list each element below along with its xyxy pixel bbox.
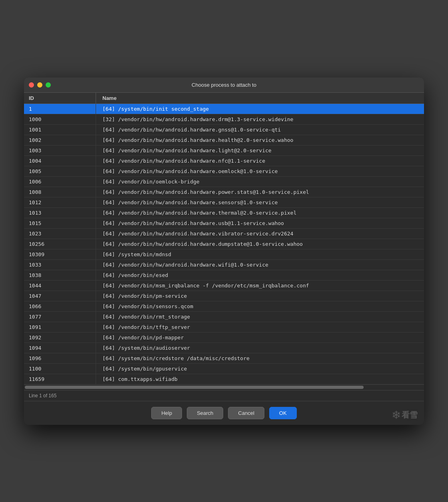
cell-id: 1094	[24, 343, 96, 353]
table-row[interactable]: 1047[64] /vendor/bin/pm-service	[24, 291, 424, 301]
maximize-button[interactable]	[46, 82, 51, 88]
table-row[interactable]: 11659[64] com.ttxapps.wifiadb	[24, 374, 424, 384]
watermark-text: 看雪	[402, 410, 418, 420]
cell-id: 1002	[24, 135, 96, 145]
cell-name: [64] /vendor/bin/msm_irqbalance -f /vend…	[96, 281, 424, 291]
cell-id: 1066	[24, 301, 96, 311]
cell-name: [64] /system/bin/mdnsd	[96, 249, 424, 259]
cell-name: [64] /vendor/bin/hw/android.hardware.usb…	[96, 218, 424, 228]
cell-name: [64] /vendor/bin/hw/android.hardware.lig…	[96, 145, 424, 155]
cell-name: [64] /vendor/bin/tftp_server	[96, 322, 424, 332]
ok-button[interactable]: OK	[269, 407, 297, 419]
cell-name: [64] /vendor/bin/sensors.qcom	[96, 301, 424, 311]
cell-id: 1091	[24, 322, 96, 332]
cell-name: [64] /vendor/bin/rmt_storage	[96, 312, 424, 322]
cell-id: 1003	[24, 145, 96, 155]
cell-name: [64] /vendor/bin/hw/android.hardware.the…	[96, 208, 424, 218]
cell-name: [64] /system/bin/gpuservice	[96, 364, 424, 374]
traffic-lights	[29, 82, 51, 88]
cell-id: 1008	[24, 187, 96, 197]
watermark: ❄ 看雪	[392, 408, 418, 422]
cell-name: [64] /vendor/bin/hw/android.hardware.gns…	[96, 125, 424, 135]
cell-name: [64] /vendor/bin/oemlock-bridge	[96, 177, 424, 187]
column-header-id: ID	[24, 93, 96, 104]
cell-id: 1038	[24, 270, 96, 280]
status-bar: Line 1 of 165	[24, 390, 424, 401]
table-row[interactable]: 1100[64] /system/bin/gpuservice	[24, 364, 424, 374]
cell-name: [64] /vendor/bin/hw/android.hardware.pow…	[96, 187, 424, 197]
main-window: Choose process to attach to ID Name 1[64…	[24, 78, 424, 425]
cell-name: [64] /vendor/bin/hw/android.hardware.oem…	[96, 166, 424, 176]
cell-id: 1	[24, 104, 96, 114]
cancel-button[interactable]: Cancel	[228, 407, 264, 419]
cell-id: 1012	[24, 197, 96, 207]
cell-id: 1044	[24, 281, 96, 291]
process-table-container: ID Name 1[64] /system/bin/init second_st…	[24, 93, 424, 390]
line-info: Line 1 of 165	[29, 393, 56, 398]
cell-id: 1015	[24, 218, 96, 228]
table-row[interactable]: 1001[64] /vendor/bin/hw/android.hardware…	[24, 125, 424, 135]
close-button[interactable]	[29, 82, 34, 88]
cell-name: [64] /system/bin/init second_stage	[96, 104, 424, 114]
table-row[interactable]: 1023[64] /vendor/bin/hw/android.hardware…	[24, 229, 424, 239]
cell-name: [64] /vendor/bin/hw/android.hardware.wif…	[96, 260, 424, 270]
cell-name: [64] com.ttxapps.wifiadb	[96, 374, 424, 384]
cell-id: 1092	[24, 333, 96, 343]
cell-id: 1077	[24, 312, 96, 322]
table-row[interactable]: 1013[64] /vendor/bin/hw/android.hardware…	[24, 208, 424, 218]
table-row[interactable]: 1012[64] /vendor/bin/hw/android.hardware…	[24, 197, 424, 208]
column-header-name: Name	[96, 93, 424, 104]
table-row[interactable]: 1015[64] /vendor/bin/hw/android.hardware…	[24, 218, 424, 229]
table-row[interactable]: 1066[64] /vendor/bin/sensors.qcom	[24, 301, 424, 312]
cell-name: [64] /vendor/bin/pd-mapper	[96, 333, 424, 343]
table-row[interactable]: 1096[64] /system/bin/credstore /data/mis…	[24, 353, 424, 364]
cell-id: 1047	[24, 291, 96, 301]
table-row[interactable]: 1006[64] /vendor/bin/oemlock-bridge	[24, 177, 424, 187]
table-row[interactable]: 1[64] /system/bin/init second_stage	[24, 104, 424, 114]
table-row[interactable]: 1003[64] /vendor/bin/hw/android.hardware…	[24, 145, 424, 156]
table-row[interactable]: 1005[64] /vendor/bin/hw/android.hardware…	[24, 166, 424, 177]
cell-id: 1001	[24, 125, 96, 135]
snowflake-icon: ❄	[392, 408, 401, 422]
cell-id: 1096	[24, 353, 96, 363]
cell-id: 1004	[24, 156, 96, 166]
table-row[interactable]: 10256[64] /vendor/bin/hw/android.hardwar…	[24, 239, 424, 249]
table-row[interactable]: 1000[32] /vendor/bin/hw/android.hardware…	[24, 114, 424, 125]
cell-id: 1023	[24, 229, 96, 239]
table-row[interactable]: 1044[64] /vendor/bin/msm_irqbalance -f /…	[24, 281, 424, 291]
cell-name: [64] /vendor/bin/hw/android.hardware.vib…	[96, 229, 424, 239]
cell-id: 1033	[24, 260, 96, 270]
table-header: ID Name	[24, 93, 424, 104]
table-row[interactable]: 1077[64] /vendor/bin/rmt_storage	[24, 312, 424, 322]
cell-name: [64] /vendor/bin/hw/android.hardware.dum…	[96, 239, 424, 249]
minimize-button[interactable]	[37, 82, 42, 88]
table-scroll-area[interactable]: 1[64] /system/bin/init second_stage1000[…	[24, 104, 424, 384]
help-button[interactable]: Help	[151, 407, 182, 419]
table-row[interactable]: 1092[64] /vendor/bin/pd-mapper	[24, 333, 424, 343]
table-row[interactable]: 1002[64] /vendor/bin/hw/android.hardware…	[24, 135, 424, 145]
table-row[interactable]: 10309[64] /system/bin/mdnsd	[24, 249, 424, 260]
cell-name: [64] /vendor/bin/hw/android.hardware.hea…	[96, 135, 424, 145]
h-scroll-thumb	[25, 386, 364, 389]
table-row[interactable]: 1094[64] /system/bin/audioserver	[24, 343, 424, 353]
cell-name: [64] /system/bin/credstore /data/misc/cr…	[96, 353, 424, 363]
cell-id: 1006	[24, 177, 96, 187]
cell-name: [64] /system/bin/audioserver	[96, 343, 424, 353]
table-row[interactable]: 1033[64] /vendor/bin/hw/android.hardware…	[24, 260, 424, 270]
footer: Help Search Cancel OK ❄ 看雪	[24, 401, 424, 425]
cell-id: 11659	[24, 374, 96, 384]
horizontal-scrollbar[interactable]	[24, 384, 424, 390]
cell-name: [32] /vendor/bin/hw/android.hardware.drm…	[96, 114, 424, 124]
cell-name: [64] /vendor/bin/esed	[96, 270, 424, 280]
search-button[interactable]: Search	[187, 407, 223, 419]
cell-id: 1000	[24, 114, 96, 124]
table-row[interactable]: 1008[64] /vendor/bin/hw/android.hardware…	[24, 187, 424, 197]
table-row[interactable]: 1038[64] /vendor/bin/esed	[24, 270, 424, 281]
cell-id: 10309	[24, 249, 96, 259]
window-title: Choose process to attach to	[192, 82, 256, 88]
table-row[interactable]: 1004[64] /vendor/bin/hw/android.hardware…	[24, 156, 424, 166]
cell-name: [64] /vendor/bin/hw/android.hardware.sen…	[96, 197, 424, 207]
cell-name: [64] /vendor/bin/pm-service	[96, 291, 424, 301]
cell-id: 1100	[24, 364, 96, 374]
table-row[interactable]: 1091[64] /vendor/bin/tftp_server	[24, 322, 424, 333]
